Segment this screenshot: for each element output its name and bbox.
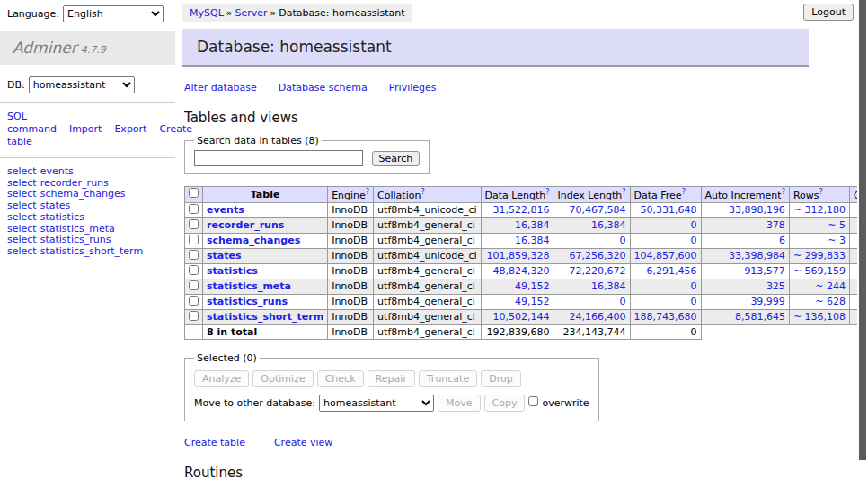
- index-length-link[interactable]: 16,384: [591, 219, 626, 231]
- move-database-select[interactable]: homeassistant: [319, 395, 434, 412]
- database-schema-link[interactable]: Database schema: [279, 82, 368, 93]
- help-icon[interactable]: ?: [366, 188, 369, 196]
- search-button[interactable]: Search: [372, 151, 421, 166]
- index-length-link[interactable]: 16,384: [591, 280, 626, 292]
- data-free-link[interactable]: 104,857,600: [634, 250, 697, 262]
- auto-increment-link[interactable]: 378: [766, 219, 785, 231]
- sidebar-table-link-statistics-meta[interactable]: statistics_meta: [40, 223, 115, 235]
- sidebar-select-link[interactable]: select: [7, 245, 37, 257]
- overwrite-checkbox[interactable]: [528, 396, 538, 406]
- language-select[interactable]: English: [63, 5, 164, 22]
- table-link[interactable]: events: [207, 204, 244, 216]
- alter-database-link[interactable]: Alter database: [184, 82, 257, 93]
- rows-link[interactable]: ~ 136,108: [793, 311, 846, 323]
- help-icon[interactable]: ?: [421, 188, 424, 196]
- app-version[interactable]: 4.7.9: [81, 44, 106, 56]
- table-link[interactable]: statistics_meta: [207, 280, 291, 292]
- export-link[interactable]: Export: [114, 123, 146, 135]
- sidebar-table-link-statistics[interactable]: statistics: [40, 211, 84, 223]
- help-icon[interactable]: ?: [545, 188, 549, 196]
- import-link[interactable]: Import: [69, 123, 102, 135]
- help-icon[interactable]: ?: [682, 188, 686, 196]
- data-length-link[interactable]: 31,522,816: [493, 204, 550, 216]
- index-length-link[interactable]: 67,256,320: [570, 250, 626, 262]
- row-checkbox[interactable]: [189, 265, 199, 275]
- table-link[interactable]: statistics_short_term: [207, 311, 323, 323]
- drop-button[interactable]: Drop: [481, 370, 520, 387]
- index-length-link[interactable]: 72,220,672: [570, 265, 626, 277]
- auto-increment-link[interactable]: 33,898,196: [729, 204, 785, 216]
- data-length-link[interactable]: 49,152: [515, 296, 550, 307]
- sidebar-table-link-statistics-runs[interactable]: statistics_runs: [40, 234, 111, 245]
- copy-button[interactable]: Copy: [484, 395, 526, 412]
- auto-increment-link[interactable]: 39,999: [750, 296, 785, 307]
- sidebar-select-link[interactable]: select: [7, 223, 37, 235]
- row-checkbox[interactable]: [189, 235, 199, 244]
- index-length-link[interactable]: 0: [620, 296, 626, 307]
- auto-increment-link[interactable]: 325: [766, 280, 785, 292]
- sidebar-table-link-events[interactable]: events: [40, 165, 74, 177]
- auto-increment-link[interactable]: 8,581,645: [735, 311, 785, 323]
- sql-command-link[interactable]: SQL command: [7, 111, 57, 135]
- scrollbar-thumb[interactable]: [859, 0, 866, 460]
- search-input[interactable]: [194, 150, 363, 166]
- rows-link[interactable]: ~ 312,180: [793, 204, 846, 216]
- row-checkbox[interactable]: [189, 250, 199, 260]
- data-free-link[interactable]: 188,743,680: [634, 311, 697, 323]
- table-link[interactable]: states: [207, 250, 242, 262]
- auto-increment-link[interactable]: 913,577: [744, 265, 785, 277]
- data-free-link[interactable]: 0: [691, 235, 697, 246]
- table-link[interactable]: schema_changes: [207, 235, 300, 246]
- data-length-link[interactable]: 49,152: [515, 280, 550, 292]
- row-checkbox[interactable]: [189, 311, 199, 321]
- data-length-link[interactable]: 10,502,144: [493, 311, 550, 323]
- rows-link[interactable]: ~ 299,833: [793, 250, 846, 262]
- rows-link[interactable]: ~ 628: [815, 296, 846, 307]
- data-length-link[interactable]: 101,859,328: [487, 250, 550, 262]
- help-icon[interactable]: ?: [819, 188, 822, 196]
- data-free-link[interactable]: 0: [691, 296, 697, 307]
- auto-increment-link[interactable]: 6: [779, 235, 785, 246]
- data-free-link[interactable]: 0: [691, 219, 697, 231]
- sidebar-table-link-recorder-runs[interactable]: recorder_runs: [40, 177, 109, 189]
- auto-increment-link[interactable]: 33,398,984: [729, 250, 785, 262]
- index-length-link[interactable]: 24,166,400: [570, 311, 626, 323]
- sidebar-select-link[interactable]: select: [7, 200, 37, 211]
- help-icon[interactable]: ?: [622, 188, 625, 196]
- move-button[interactable]: Move: [438, 395, 481, 412]
- db-select[interactable]: homeassistant: [29, 76, 135, 93]
- sidebar-select-link[interactable]: select: [7, 234, 37, 245]
- data-free-link[interactable]: 0: [691, 280, 697, 292]
- privileges-link[interactable]: Privileges: [389, 82, 437, 93]
- check-button[interactable]: Check: [317, 370, 364, 387]
- optimize-button[interactable]: Optimize: [252, 370, 313, 387]
- sidebar-table-link-states[interactable]: states: [40, 200, 71, 211]
- data-length-link[interactable]: 16,384: [515, 219, 550, 231]
- truncate-button[interactable]: Truncate: [419, 370, 477, 387]
- row-checkbox[interactable]: [189, 280, 199, 290]
- create-table-link[interactable]: Create table: [184, 437, 245, 448]
- row-checkbox[interactable]: [189, 204, 199, 214]
- table-link[interactable]: statistics: [207, 265, 258, 277]
- rows-link[interactable]: ~ 5: [828, 219, 846, 231]
- sidebar-table-link-schema-changes[interactable]: schema_changes: [40, 188, 126, 200]
- create-view-link[interactable]: Create view: [274, 437, 332, 448]
- data-length-link[interactable]: 16,384: [515, 235, 550, 246]
- row-checkbox[interactable]: [189, 219, 199, 229]
- repair-button[interactable]: Repair: [368, 370, 415, 387]
- breadcrumb-mysql-link[interactable]: MySQL: [190, 7, 224, 19]
- table-link[interactable]: statistics_runs: [207, 296, 288, 307]
- sidebar-select-link[interactable]: select: [7, 177, 37, 189]
- data-free-link[interactable]: 6,291,456: [647, 265, 697, 277]
- sidebar-select-link[interactable]: select: [7, 211, 37, 223]
- rows-link[interactable]: ~ 3: [828, 235, 846, 246]
- sidebar-select-link[interactable]: select: [7, 165, 37, 177]
- breadcrumb-server-link[interactable]: Server: [235, 7, 268, 19]
- help-icon[interactable]: ?: [782, 188, 785, 196]
- data-length-link[interactable]: 48,824,320: [493, 265, 550, 277]
- sidebar-table-link-statistics-short-term[interactable]: statistics_short_term: [40, 245, 143, 257]
- table-link[interactable]: recorder_runs: [207, 219, 284, 231]
- index-length-link[interactable]: 0: [620, 235, 626, 246]
- vertical-scrollbar[interactable]: [857, 0, 868, 488]
- rows-link[interactable]: ~ 244: [815, 280, 846, 292]
